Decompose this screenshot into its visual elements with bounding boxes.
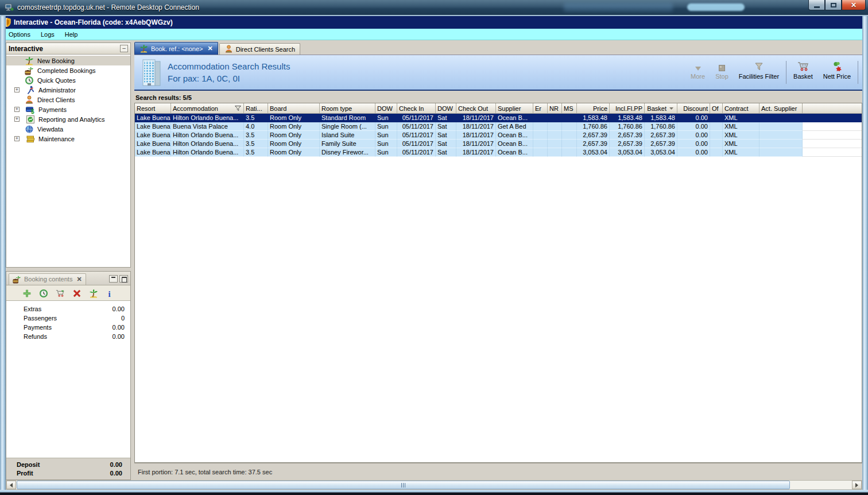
grid-header-row: ResortAccommodationRati...BoardRoom type… xyxy=(135,103,862,114)
palm-tree-icon xyxy=(25,56,34,65)
nett-price-button[interactable]: Nett Price xyxy=(818,60,856,81)
expand-icon[interactable]: + xyxy=(14,87,20,92)
column-header-room-type[interactable]: Room type xyxy=(320,103,375,114)
result-row[interactable]: Lake Buena...Buena Vista Palace4.0Room O… xyxy=(135,122,862,131)
scrollbar-track[interactable] xyxy=(16,481,852,489)
column-header-act-supplier[interactable]: Act. Supplier xyxy=(760,103,803,114)
cell-price: 1,583.48 xyxy=(577,114,610,122)
column-header-supplier[interactable]: Supplier xyxy=(496,103,533,114)
scroll-right-button[interactable] xyxy=(852,481,862,489)
sidebar-item-viewdata[interactable]: Viewdata xyxy=(6,124,130,134)
cell-check-out: 18/11/2017 xyxy=(456,122,496,131)
cell-price: 2,657.39 xyxy=(577,131,610,140)
cell-board: Room Only xyxy=(268,114,320,122)
booking-summary-row: Refunds0.00 xyxy=(6,332,130,341)
column-header-of[interactable]: Of xyxy=(710,103,723,114)
result-row[interactable]: Lake Buena...Hilton Orlando Buena...3.5R… xyxy=(135,140,862,148)
column-header-incl-fl-pp[interactable]: Incl.Fl.PP xyxy=(610,103,645,114)
column-header-check-out[interactable]: Check Out xyxy=(456,103,496,114)
column-header-dow[interactable]: DOW xyxy=(375,103,397,114)
column-header-price[interactable]: Price xyxy=(577,103,610,114)
quick-quote-button[interactable] xyxy=(38,288,49,299)
result-row[interactable]: Lake Buena...Hilton Orlando Buena...3.5R… xyxy=(135,131,862,140)
sidebar-item-administrator[interactable]: +Administrator xyxy=(6,85,130,95)
scroll-left-button[interactable] xyxy=(6,481,16,489)
column-header-rati[interactable]: Rati... xyxy=(244,103,268,114)
panel-minimize-button[interactable] xyxy=(109,275,118,283)
column-header-basket[interactable]: Basket xyxy=(645,103,677,114)
sidebar-item-label: New Booking xyxy=(37,57,75,64)
left-arrow-icon xyxy=(10,483,13,488)
column-header-contract[interactable]: Contract xyxy=(723,103,760,114)
booking-contents-header: Booking contents ✕ xyxy=(6,272,130,285)
sidebar-item-completed-bookings[interactable]: Completed Bookings xyxy=(6,65,130,75)
summary-label: Refunds xyxy=(24,333,113,340)
close-icon[interactable]: ✕ xyxy=(76,276,82,283)
column-header-nr[interactable]: NR xyxy=(548,103,562,114)
expand-icon[interactable]: + xyxy=(14,107,20,112)
sidebar-item-payments[interactable]: +$Payments xyxy=(6,105,130,114)
sort-dropdown-icon xyxy=(668,105,675,112)
expand-icon[interactable]: + xyxy=(14,117,20,122)
column-header-label: Er xyxy=(535,105,541,112)
cell-rati: 3.5 xyxy=(244,148,268,157)
column-header-board[interactable]: Board xyxy=(268,103,320,114)
horizontal-scrollbar xyxy=(6,480,862,490)
cell-check-in: 05/11/2017 xyxy=(397,122,436,131)
total-label: Deposit xyxy=(17,461,110,468)
delete-button[interactable] xyxy=(72,288,82,299)
more-button[interactable]: More xyxy=(685,60,710,81)
cell-check-out: 18/11/2017 xyxy=(456,131,496,140)
row-filler xyxy=(803,140,862,148)
booking-contents-tab[interactable]: Booking contents ✕ xyxy=(9,273,86,285)
row-filler xyxy=(803,114,862,122)
rdp-computer-icon xyxy=(5,3,14,12)
scrollbar-thumb[interactable] xyxy=(17,481,790,489)
cell-resort: Lake Buena... xyxy=(135,140,171,148)
menu-help[interactable]: Help xyxy=(60,30,83,39)
close-button[interactable]: ✕ xyxy=(842,0,866,10)
sidebar-item-reporting-and-analytics[interactable]: +Reporting and Analytics xyxy=(6,114,130,124)
column-header-ms[interactable]: MS xyxy=(562,103,577,114)
column-header-dow[interactable]: DOW xyxy=(436,103,456,114)
expand-icon[interactable]: + xyxy=(14,136,20,141)
sidebar-item-maintenance[interactable]: +Maintenance xyxy=(6,134,130,144)
thumb-grip xyxy=(403,483,404,488)
menu-logs[interactable]: Logs xyxy=(36,30,60,39)
sidebar-item-new-booking[interactable]: New Booking xyxy=(6,56,130,65)
cell-er xyxy=(533,148,548,157)
column-header-discount[interactable]: Discount xyxy=(677,103,710,114)
cell-nr xyxy=(548,131,562,140)
cell-dow: Sun xyxy=(375,131,397,140)
cell-price: 1,760.86 xyxy=(577,122,610,131)
column-header-label: Discount xyxy=(683,105,708,112)
result-row[interactable]: Lake Buena...Hilton Orlando Buena...3.5R… xyxy=(135,148,862,157)
maximize-button[interactable] xyxy=(825,0,842,10)
tab-direct-clients-search[interactable]: Direct Clients Search xyxy=(219,43,300,55)
column-header-check-in[interactable]: Check In xyxy=(397,103,436,114)
facilities-filter-button[interactable]: Facilities Filter xyxy=(734,60,784,81)
sidebar-item-label: Administrator xyxy=(38,87,76,94)
column-header-er[interactable]: Er xyxy=(533,103,548,114)
booking-total-row: Deposit0.00 xyxy=(6,460,130,469)
panel-maximize-button[interactable] xyxy=(119,275,128,283)
stop-button[interactable]: Stop xyxy=(710,60,734,81)
column-header-resort[interactable]: Resort xyxy=(135,103,171,114)
basket-button[interactable]: Basket xyxy=(788,60,818,81)
tab-booking-ref[interactable]: Book. ref.: <none> ✕ xyxy=(134,42,218,55)
collapse-panel-button[interactable]: – xyxy=(120,45,128,52)
menu-options[interactable]: Options xyxy=(3,30,36,39)
result-row[interactable]: Lake Buena...Hilton Orlando Buena...3.5R… xyxy=(135,114,862,122)
sidebar-item-quick-quotes[interactable]: Quick Quotes xyxy=(6,75,130,85)
palm-tree-button[interactable] xyxy=(88,288,99,299)
sidebar-item-direct-clients[interactable]: Direct Clients xyxy=(6,95,130,105)
info-button[interactable]: i xyxy=(105,288,115,299)
basket-add-button[interactable] xyxy=(55,288,65,299)
cell-accommodation: Hilton Orlando Buena... xyxy=(171,148,244,157)
cell-basket: 3,053.04 xyxy=(645,148,677,157)
minimize-button[interactable] xyxy=(808,0,825,10)
cell-room-type: Standard Room xyxy=(320,114,375,122)
close-tab-icon[interactable]: ✕ xyxy=(208,45,213,52)
add-button[interactable] xyxy=(22,288,32,299)
column-header-accommodation[interactable]: Accommodation xyxy=(171,103,244,114)
